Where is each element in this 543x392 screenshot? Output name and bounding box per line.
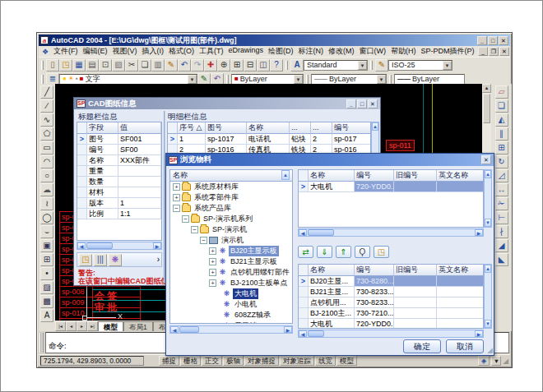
undo-button[interactable]: ↶ (178, 59, 191, 71)
publish-button[interactable]: ▧ (112, 59, 125, 71)
scroll-thumb[interactable] (483, 94, 490, 123)
color-combo[interactable]: ■ ByLayer ▼ (231, 74, 304, 85)
toolbar-grip[interactable] (285, 61, 288, 70)
break-button[interactable]: ∤ (495, 225, 508, 238)
ellipse-arc-button[interactable]: ⌣ (40, 225, 53, 238)
add-material-button[interactable]: ❋ (109, 254, 122, 266)
expander-icon[interactable]: + (209, 247, 216, 255)
tree-item[interactable]: ❋608ZZ轴承 (170, 310, 292, 321)
table-row[interactable]: 数量 (77, 177, 161, 187)
tree-item[interactable]: −系统产品库 (170, 203, 292, 214)
tree-item[interactable]: ❋小电机 (170, 299, 292, 310)
scroll-right-icon[interactable]: ▶ (153, 242, 161, 249)
results-grid-vscrollbar[interactable]: ▲ ▼ (484, 264, 492, 329)
zoom-previous-button[interactable]: ⊟ (244, 59, 257, 71)
fillet-button[interactable]: ◣ (495, 253, 508, 266)
chevron-down-icon[interactable]: ▼ (377, 75, 386, 84)
status-toggle[interactable]: 对象追踪 (280, 356, 314, 366)
save-button[interactable]: ▦ (72, 59, 86, 71)
column-header[interactable]: 英文名称 (437, 265, 484, 276)
column-header[interactable]: 序号 △ (178, 122, 206, 134)
status-toggle[interactable]: 捕捉 (159, 356, 179, 366)
dim-style-combo[interactable]: ISO-25 ▼ (388, 60, 452, 71)
open-button[interactable]: ◳ (59, 59, 72, 71)
expander-icon[interactable]: + (173, 183, 180, 191)
column-header[interactable]: 名称 (309, 170, 355, 182)
column-header[interactable]: 名称 (247, 122, 290, 134)
text-style-button[interactable]: A (290, 59, 304, 71)
dialog-minimize-icon[interactable]: _ (346, 99, 356, 108)
rotate-button[interactable]: ↻ (495, 155, 508, 168)
column-header[interactable]: 编号 (332, 122, 371, 134)
cut-button[interactable]: ✂ (125, 59, 138, 71)
chevron-down-icon[interactable]: ▼ (188, 75, 197, 84)
extend-button[interactable]: ⊢ (495, 211, 508, 224)
expander-icon[interactable]: − (182, 215, 189, 223)
column-header[interactable]: 值 (118, 122, 161, 134)
scroll-down-icon[interactable]: ▼ (485, 219, 491, 227)
chevron-down-icon[interactable]: ▼ (358, 61, 367, 70)
transfer-button[interactable]: ⇄ (298, 246, 313, 258)
maximize-icon[interactable]: □ (488, 36, 498, 45)
menu-item[interactable]: 编辑(E) (81, 46, 110, 57)
search-button[interactable]: Ϙ (355, 246, 370, 258)
scroll-left-icon[interactable]: ◀ (77, 242, 86, 249)
menu-item[interactable]: 格式(O) (166, 46, 197, 57)
open-folder-button[interactable]: ◳ (79, 254, 92, 266)
command-window-grip[interactable] (39, 333, 44, 353)
tree-item[interactable]: +❋点钞机用螺钉部件 (170, 267, 292, 278)
table-row[interactable]: >BJ20主显...730-8280... (299, 276, 483, 287)
stretch-button[interactable]: ↔ (495, 183, 508, 196)
status-toggle[interactable]: 对象捕捉 (244, 356, 279, 366)
status-toggle[interactable]: 模型 (336, 356, 357, 366)
scroll-thumb[interactable] (86, 242, 113, 249)
polygon-button[interactable]: ⬠ (40, 127, 53, 141)
pan-button[interactable]: ✚ (204, 59, 217, 71)
layout-tab[interactable]: 模型 (98, 321, 123, 331)
dialog-close-icon[interactable]: ✕ (368, 99, 378, 108)
import-material-button[interactable]: ⇓ (317, 246, 332, 258)
mdi-restore-icon[interactable]: ❐ (489, 47, 499, 56)
scroll-left-icon[interactable]: ◀ (170, 326, 179, 333)
toolbar-grip[interactable] (370, 61, 373, 70)
toolbar-grip[interactable] (226, 75, 229, 84)
status-toggle[interactable]: 线宽 (315, 356, 336, 366)
results-grid-hscrollbar[interactable]: ◀ ▶ (298, 330, 484, 338)
chamfer-button[interactable]: ◢ (495, 239, 508, 252)
toolbar-grip[interactable] (41, 75, 44, 84)
scroll-left-icon[interactable]: ◀ (299, 229, 307, 236)
layout-tab[interactable]: 布局1 (123, 321, 153, 331)
open-folder-button[interactable]: ◳ (374, 246, 389, 258)
selected-grid-hscrollbar[interactable]: ◀ ▶ (298, 228, 484, 237)
tree-hscrollbar[interactable]: ◀ ▶ (169, 325, 293, 334)
column-header[interactable]: ... (290, 122, 311, 134)
menu-item[interactable]: 工具(T) (197, 46, 226, 57)
chevron-down-icon[interactable]: ▼ (443, 61, 452, 70)
zoom-realtime-button[interactable]: ⊕ (217, 59, 230, 71)
table-row[interactable]: 材料 (77, 187, 161, 198)
status-toggle[interactable]: 栅格 (180, 356, 201, 366)
mdi-minimize-icon[interactable]: _ (478, 47, 488, 56)
menu-item[interactable]: eDrawings (226, 46, 267, 57)
status-menu-chevron-icon[interactable]: ▾ (491, 356, 501, 366)
table-row[interactable]: 点钞机用...730-8233... (299, 297, 483, 308)
redo-button[interactable]: ↷ (191, 59, 204, 71)
column-header[interactable]: ... (311, 122, 332, 134)
column-header[interactable]: 旧编号 (394, 265, 437, 276)
export-material-button[interactable]: ⇑ (336, 246, 351, 258)
dim-style-button[interactable]: ✎ (375, 59, 388, 71)
new-file-button[interactable]: ▯ (46, 59, 59, 71)
column-header[interactable]: 图号 (206, 122, 247, 134)
menu-item[interactable]: 帮助(H) (388, 46, 419, 57)
tab-first-icon[interactable]: |◂ (55, 321, 66, 331)
mirror-button[interactable]: ◭ (495, 113, 508, 127)
browse-dialog-titlebar[interactable]: SP 浏览物料 ✕ (166, 154, 494, 166)
help-button[interactable]: ? (270, 59, 283, 71)
status-toggle[interactable]: 正交 (202, 356, 222, 366)
toolbar-grip[interactable] (389, 75, 392, 84)
barcode-button[interactable]: ||| (94, 254, 107, 266)
table-row[interactable]: 重量 (77, 166, 161, 177)
hatch-button[interactable]: ▨ (40, 281, 53, 294)
table-row[interactable]: >1sp-1017电话机铝块2sp-017 (168, 134, 370, 145)
menu-item[interactable]: 修改(M) (326, 46, 357, 57)
